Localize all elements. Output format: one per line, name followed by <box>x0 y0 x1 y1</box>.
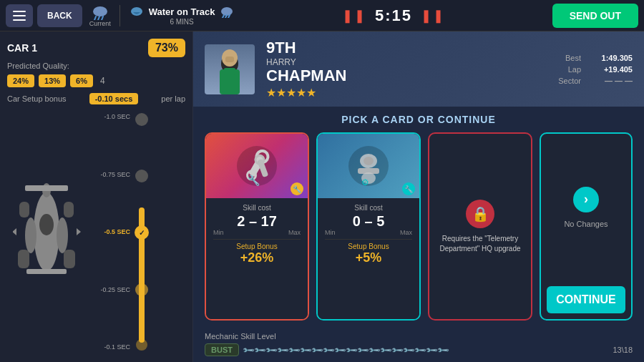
top-bar-left: BACK Current Water on Track <box>6 4 235 27</box>
current-label: Current <box>89 20 111 27</box>
pause-left-icon[interactable]: ❚❚ <box>342 8 366 24</box>
continue-btn-area: CONTINUE <box>541 280 631 319</box>
main-content: CAR 1 73% Predicted Quality: 24% 13% 6% … <box>0 31 644 362</box>
mechanic-section: Mechanic Skill Level BUST 🔧🔧🔧🔧🔧🔧🔧🔧🔧🔧🔧🔧🔧🔧… <box>193 328 644 362</box>
stat-row-sector: Sector — — — <box>558 77 633 85</box>
svg-marker-21 <box>77 228 81 235</box>
card-section: PICK A CARD OR CONTINUE <box>193 107 644 328</box>
card-1-minmax: Min Max <box>213 229 301 236</box>
card-1-image: 🔧 🔧 <box>206 134 308 198</box>
weather-separator <box>119 5 120 26</box>
driver-header: 9TH HARRY CHAPMAN ★★★★★ Best 1:49.305 La… <box>193 31 644 107</box>
cards-row: 🔧 🔧 Skill cost 2 – 17 Min <box>205 132 633 321</box>
continue-button[interactable]: CONTINUE <box>547 286 625 313</box>
stat-row-best: Best 1:49.305 <box>558 54 633 62</box>
car-setup-area: -1.0 SEC -0.75 SEC -0.5 SEC -0.25 SEC -0… <box>7 109 185 355</box>
car-title: CAR 1 <box>7 42 37 54</box>
continue-arrow-icon[interactable]: › <box>573 187 599 212</box>
wrench-icon-17: 🔧 <box>436 343 449 356</box>
svg-point-0 <box>93 6 107 16</box>
svg-point-37 <box>364 157 374 165</box>
water-on-track: Water on Track 6 MINS <box>129 5 235 26</box>
card-1-graphic: 🔧 <box>232 141 282 191</box>
svg-text:⚙: ⚙ <box>361 177 369 187</box>
card-2-minmax: Min Max <box>325 229 412 236</box>
back-button[interactable]: BACK <box>37 4 82 27</box>
slider-dot-2[interactable]: ✓ <box>135 225 149 240</box>
slider-visual: -1.0 SEC -0.75 SEC -0.5 SEC -0.25 SEC -0… <box>92 112 185 352</box>
pause-right-icon[interactable]: ❚❚ <box>421 8 445 24</box>
right-panel: 9TH HARRY CHAPMAN ★★★★★ Best 1:49.305 La… <box>193 31 644 362</box>
lock-icon: 🔒 <box>466 200 494 228</box>
quality-pill-num: 4 <box>100 76 105 86</box>
car-svg <box>13 177 81 288</box>
card-1[interactable]: 🔧 🔧 Skill cost 2 – 17 Min <box>205 132 309 321</box>
bust-badge: BUST <box>205 343 239 356</box>
menu-line-2 <box>13 15 26 16</box>
slider-label-1: -0.75 SEC <box>92 171 130 178</box>
lap-label: Lap <box>568 65 581 74</box>
top-bar-center: ❚❚ 5:15 ❚❚ <box>239 6 547 25</box>
driver-stats: Best 1:49.305 Lap +19.405 Sector — — — <box>558 54 633 85</box>
top-bar-right: SEND OUT <box>552 4 638 28</box>
card-1-skill-label: Skill cost <box>213 204 301 212</box>
card-1-body: Skill cost 2 – 17 Min Max Setup Bonu <box>206 198 308 319</box>
quality-badge: 73% <box>148 39 185 57</box>
water-time-label: 6 MINS <box>170 18 193 26</box>
per-lap-label: per lap <box>161 94 185 103</box>
card-1-setup-area: Setup Bonus +26% <box>213 239 301 265</box>
mechanic-label: Mechanic Skill Level <box>205 332 633 341</box>
card-1-tool-icon: 🔧 <box>291 182 303 195</box>
svg-rect-27 <box>224 68 235 75</box>
slider-label-0: -1.0 SEC <box>92 113 130 120</box>
send-out-button[interactable]: SEND OUT <box>552 4 638 28</box>
slider-dot-4[interactable] <box>136 339 147 351</box>
driver-first-name: HARRY <box>266 57 547 67</box>
slider-dot-0[interactable] <box>135 113 148 126</box>
stat-row-lap: Lap +19.405 <box>558 65 633 74</box>
car-setup-label: Car Setup bonus <box>7 94 67 103</box>
driver-info: 9TH HARRY CHAPMAN ★★★★★ <box>266 39 547 99</box>
svg-rect-16 <box>18 250 29 268</box>
card-3[interactable]: 🔒 Requires the "Telemetry Department" HQ… <box>428 132 532 321</box>
card-2-image: ⚙ 🔧 <box>318 134 419 198</box>
svg-rect-13 <box>26 269 67 274</box>
card-1-setup-label: Setup Bonus <box>213 243 301 250</box>
menu-button[interactable] <box>6 4 33 27</box>
mechanic-count: 13\18 <box>613 346 633 354</box>
card-2[interactable]: ⚙ 🔧 Skill cost 0 – 5 Min <box>316 132 421 321</box>
card-4-no-changes: › No Changes <box>541 134 631 280</box>
card-1-setup-value: +26% <box>213 250 301 265</box>
card-2-body: Skill cost 0 – 5 Min Max Setup Bonus <box>318 198 419 319</box>
card-4[interactable]: › No Changes CONTINUE <box>540 132 633 321</box>
svg-point-18 <box>25 217 36 253</box>
card-2-skill-label: Skill cost <box>325 204 412 212</box>
top-bar: BACK Current Water on Track <box>0 0 644 31</box>
svg-rect-15 <box>64 202 74 217</box>
slider-dot-3[interactable] <box>135 283 148 296</box>
slider-label-4: -0.1 SEC <box>92 343 130 351</box>
timer-display: 5:15 <box>375 6 412 25</box>
driver-last-name: CHAPMAN <box>266 67 547 84</box>
best-label: Best <box>565 54 581 62</box>
svg-rect-26 <box>225 57 234 62</box>
slider-dots: ✓ <box>130 112 153 352</box>
predicted-quality-label: Predicted Quality: <box>7 62 185 70</box>
water-icon <box>129 5 145 18</box>
car-header: CAR 1 73% <box>7 39 185 57</box>
svg-rect-14 <box>19 202 29 217</box>
slider-label-3: -0.25 SEC <box>92 286 130 293</box>
sector-value: — — — <box>590 77 633 85</box>
wrench-icons: 🔧🔧🔧🔧🔧🔧🔧🔧🔧🔧🔧🔧🔧🔧🔧🔧🔧🔧 <box>243 346 609 355</box>
quality-pills: 24% 13% 6% 4 <box>7 74 185 87</box>
svg-line-6 <box>223 15 224 18</box>
svg-text:🔧: 🔧 <box>248 175 260 187</box>
slider-dot-1[interactable] <box>135 170 148 182</box>
water-on-track-label: Water on Track <box>149 6 215 17</box>
pick-card-title: PICK A CARD OR CONTINUE <box>205 114 633 125</box>
sector-label: Sector <box>558 77 581 85</box>
quality-pill-1: 24% <box>7 74 34 87</box>
car-image-area <box>7 109 86 355</box>
slider-area: -1.0 SEC -0.75 SEC -0.5 SEC -0.25 SEC -0… <box>92 109 185 355</box>
driver-position: 9TH <box>266 39 547 57</box>
